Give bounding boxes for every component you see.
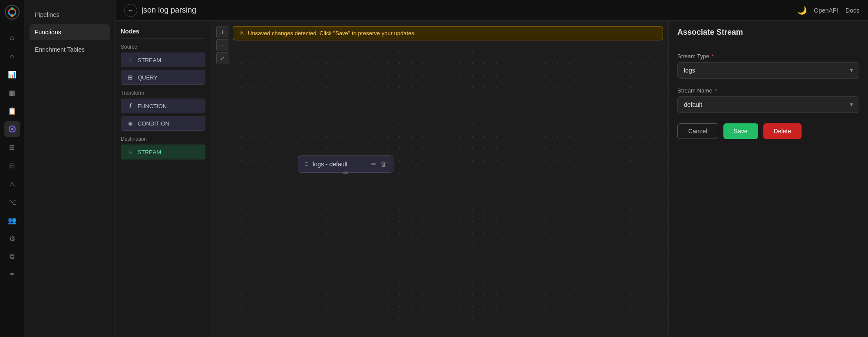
condition-icon: ◈ (126, 120, 134, 127)
source-section-label: Source (121, 44, 205, 50)
canvas-background (211, 21, 668, 337)
nav-home[interactable]: ⌂ (4, 30, 20, 46)
nav-grid[interactable]: ⊞ (4, 139, 20, 155)
nav-users[interactable]: 👥 (4, 212, 20, 228)
nav-search[interactable]: ⌕ (4, 48, 20, 64)
svg-point-1 (11, 7, 13, 10)
zoom-in-button[interactable]: + (216, 26, 228, 38)
source-query-button[interactable]: ⊞ QUERY (121, 70, 205, 85)
header-right: 🌙 OpenAPI Docs (797, 6, 859, 15)
canvas-area: + − ⤢ ⚠ Unsaved changes detected. Click … (211, 21, 668, 337)
svg-point-4 (11, 128, 13, 130)
pipeline-node-icon: ≡ (304, 160, 308, 168)
app-logo[interactable] (4, 4, 20, 20)
sidebar-item-pipelines[interactable]: Pipelines (30, 7, 110, 23)
stream-type-label: Stream Type * (677, 53, 859, 59)
save-button[interactable]: Save (723, 123, 758, 139)
page-title: json log parsing (142, 6, 196, 15)
cancel-button[interactable]: Cancel (677, 123, 718, 139)
back-button[interactable]: ← (124, 4, 137, 17)
right-panel-body: Stream Type * logs metrics traces ▼ (669, 44, 868, 148)
pipeline-area: Nodes Source ≡ STREAM ⊞ QUERY Transform … (116, 21, 868, 337)
main-content: ← json log parsing 🌙 OpenAPI Docs Nodes … (116, 0, 868, 337)
nodes-panel-title: Nodes (121, 28, 205, 39)
stream-type-required: * (712, 53, 714, 59)
svg-point-2 (11, 14, 13, 17)
edit-node-icon[interactable]: ✏ (371, 160, 377, 168)
source-stream-button[interactable]: ≡ STREAM (121, 53, 205, 67)
sidebar: Pipelines Functions Enrichment Tables (24, 0, 116, 337)
stream-name-group: Stream Name * default ▼ (677, 87, 859, 113)
destination-stream-button[interactable]: ≡ STREAM (121, 145, 205, 159)
zoom-out-button[interactable]: − (216, 39, 228, 51)
canvas-controls: + − ⤢ (216, 26, 228, 64)
function-icon: f (126, 102, 134, 109)
stream-type-group: Stream Type * logs metrics traces ▼ (677, 53, 859, 79)
svg-point-0 (5, 5, 19, 19)
condition-button[interactable]: ◈ CONDITION (121, 116, 205, 131)
nodes-panel: Nodes Source ≡ STREAM ⊞ QUERY Transform … (116, 21, 211, 337)
left-nav: ⌂ ⌕ 📊 ▦ 📋 ⊞ ⊟ △ ⌥ 👥 ⚙ ⧉ ≡ (0, 0, 24, 337)
nav-filter[interactable]: ⌥ (4, 194, 20, 210)
nav-alerts[interactable]: △ (4, 176, 20, 192)
nav-plugins[interactable]: ⧉ (4, 249, 20, 264)
pipeline-node-logs-default[interactable]: ≡ logs - default ✏ 🗑 (298, 155, 393, 173)
transform-section-label: Transform (121, 90, 205, 96)
nav-dashboard[interactable]: ▦ (4, 85, 20, 100)
delete-node-icon[interactable]: 🗑 (380, 160, 387, 168)
nav-pipeline[interactable] (4, 121, 20, 137)
pipeline-node-actions: ✏ 🗑 (371, 160, 387, 168)
nav-reports[interactable]: 📋 (4, 103, 20, 119)
right-panel: Associate Stream Stream Type * logs metr… (668, 21, 868, 337)
header-left: ← json log parsing (124, 4, 196, 17)
destination-stream-label: STREAM (138, 149, 161, 155)
warning-text: Unsaved changes detected. Click "Save" t… (248, 30, 416, 36)
source-query-label: QUERY (138, 74, 158, 81)
right-panel-title: Associate Stream (669, 21, 868, 44)
warning-banner: ⚠ Unsaved changes detected. Click "Save"… (233, 26, 663, 40)
docs-link[interactable]: Docs (845, 7, 859, 14)
stream-name-label: Stream Name * (677, 87, 859, 94)
stream-icon: ≡ (126, 56, 134, 63)
sidebar-item-functions[interactable]: Functions (30, 24, 110, 40)
stream-type-select[interactable]: logs metrics traces (677, 62, 859, 79)
action-buttons: Cancel Save Delete (677, 123, 859, 139)
page-header: ← json log parsing 🌙 OpenAPI Docs (116, 0, 868, 21)
node-connector (343, 172, 348, 174)
condition-label: CONDITION (138, 120, 169, 127)
stream-type-select-wrapper: logs metrics traces ▼ (677, 62, 859, 79)
openapi-link[interactable]: OpenAPI (814, 7, 838, 14)
sidebar-item-enrichment-tables[interactable]: Enrichment Tables (30, 42, 110, 57)
function-label: FUNCTION (138, 103, 167, 109)
stream-name-select[interactable]: default (677, 96, 859, 113)
destination-section-label: Destination (121, 136, 205, 142)
stream-name-required: * (715, 87, 717, 94)
nav-table[interactable]: ⊟ (4, 158, 20, 173)
query-icon: ⊞ (126, 74, 134, 81)
function-button[interactable]: f FUNCTION (121, 99, 205, 113)
nav-charts[interactable]: 📊 (4, 66, 20, 82)
delete-button[interactable]: Delete (763, 123, 802, 139)
fit-view-button[interactable]: ⤢ (216, 52, 228, 64)
source-stream-label: STREAM (138, 57, 161, 63)
stream-name-select-wrapper: default ▼ (677, 96, 859, 113)
nav-settings[interactable]: ⚙ (4, 231, 20, 246)
nav-menu[interactable]: ≡ (4, 267, 20, 283)
dark-mode-toggle[interactable]: 🌙 (797, 6, 807, 15)
warning-icon: ⚠ (239, 30, 244, 36)
dest-stream-icon: ≡ (126, 149, 134, 155)
pipeline-node-label: logs - default (313, 161, 367, 168)
